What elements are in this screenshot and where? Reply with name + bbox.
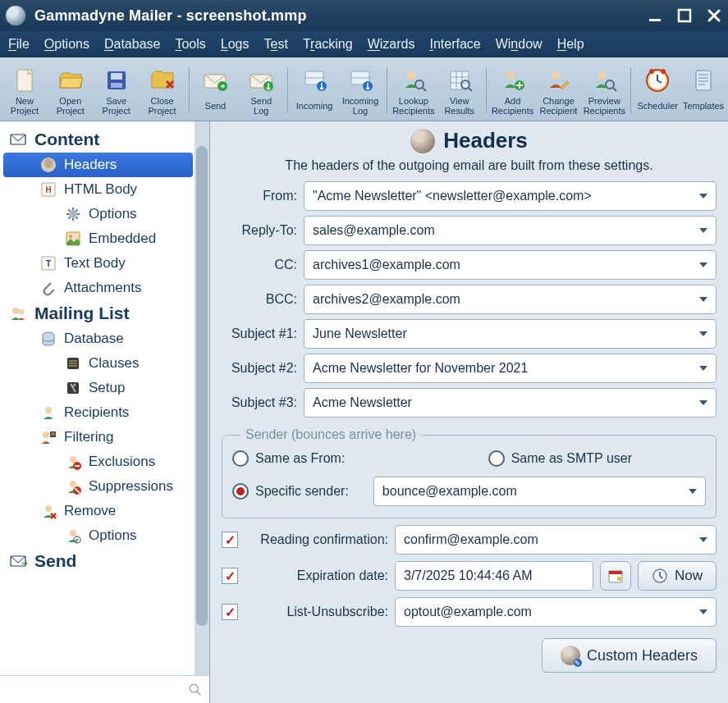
expiration-field[interactable]: 3/7/2025 10:44:46 AM [395, 561, 593, 591]
headers-icon [410, 129, 435, 153]
clauses-icon [64, 354, 82, 372]
reading-confirmation-field[interactable]: confirm@example.com [395, 525, 717, 555]
svg-rect-1 [679, 10, 690, 21]
user-preview-icon [590, 66, 618, 94]
svg-text:T: T [46, 259, 51, 268]
sidebar-item-embedded[interactable]: Embedded [3, 226, 193, 251]
toolbar-clock-button[interactable]: Scheduler [634, 65, 680, 116]
menu-test[interactable]: Test [264, 37, 288, 52]
sidebar-item-suppressions[interactable]: Suppressions [3, 474, 193, 499]
sidebar-item-label: Options [89, 206, 137, 222]
toolbar-template-button[interactable]: Templates [680, 65, 726, 116]
sender-specific-field[interactable]: bounce@example.com [373, 477, 706, 506]
sender-specific-radio[interactable]: Specific sender: [232, 483, 349, 500]
sidebar-item-label: Clauses [89, 355, 139, 372]
toolbar-envelope-log-button[interactable]: Send Log [238, 65, 284, 116]
toolbar-folder-open-button[interactable]: Open Project [48, 65, 94, 116]
floppy-icon [103, 66, 130, 94]
sender-same-smtp-radio[interactable]: Same as SMTP user [488, 450, 632, 467]
sidebar-item-headers[interactable]: Headers [3, 153, 193, 177]
sidebar-item-options[interactable]: Options [3, 202, 193, 226]
sidebar-item-label: Attachments [64, 280, 142, 296]
head-icon [39, 156, 57, 174]
sidebar-item-database[interactable]: Database [3, 326, 193, 351]
custom-headers-button[interactable]: ✎ Custom Headers [542, 638, 717, 673]
menu-interface[interactable]: Interface [429, 37, 480, 52]
sidebar-item-recipients[interactable]: Recipients [3, 400, 193, 425]
sidebar-item-text-body[interactable]: TText Body [3, 251, 193, 276]
subject2-label: Subject #2: [222, 361, 297, 376]
template-icon [689, 66, 717, 94]
toolbar-floppy-button[interactable]: Save Project [94, 65, 140, 116]
from-field[interactable]: "Acme Newsletter" <newsletter@example.co… [304, 181, 717, 211]
sidebar-item-filtering[interactable]: Filtering [3, 425, 193, 450]
toolbar-grid-button[interactable]: View Results [437, 65, 483, 116]
menu-database[interactable]: Database [104, 37, 161, 52]
menu-file[interactable]: File [8, 37, 30, 52]
sidebar-section-content[interactable]: Content [3, 126, 193, 153]
now-button[interactable]: Now [638, 561, 717, 591]
scrollbar[interactable] [195, 121, 209, 675]
menu-window[interactable]: Window [496, 37, 543, 52]
expiration-checkbox[interactable] [222, 568, 238, 584]
reading-confirmation-checkbox[interactable] [222, 532, 238, 548]
user-s-icon [64, 477, 82, 495]
sidebar-item-html-body[interactable]: HHTML Body [3, 177, 193, 202]
toolbar-file-button[interactable]: New Project [2, 65, 48, 116]
unsubscribe-checkbox[interactable] [222, 604, 238, 620]
toolbar-folder-close-button[interactable]: Close Project [140, 65, 185, 116]
svg-point-15 [415, 80, 424, 89]
svg-point-38 [12, 308, 19, 314]
menu-help[interactable]: Help [557, 37, 584, 52]
unsubscribe-field[interactable]: optout@example.com [395, 597, 717, 627]
chevron-down-icon [699, 297, 707, 302]
scrollbar-thumb[interactable] [196, 146, 208, 626]
svg-point-55 [190, 684, 198, 692]
chevron-down-icon [699, 228, 707, 233]
sidebar-item-label: Headers [64, 157, 117, 173]
toolbar-user-add-button[interactable]: Add Recipients [490, 65, 536, 116]
menu-tools[interactable]: Tools [175, 37, 205, 52]
search-input[interactable] [7, 682, 185, 696]
maximize-button[interactable] [675, 7, 694, 25]
close-button[interactable] [705, 7, 723, 25]
minimize-button[interactable] [646, 7, 664, 25]
toolbar-user-preview-button[interactable]: Preview Recipients [581, 65, 627, 116]
folder-close-icon [149, 66, 176, 94]
sidebar-item-setup[interactable]: Setup [3, 376, 193, 400]
menu-wizards[interactable]: Wizards [368, 37, 415, 52]
chevron-down-icon [699, 609, 707, 614]
subject1-field[interactable]: June Newsletter [304, 319, 717, 349]
envelope-send-icon [201, 66, 229, 94]
toolbar-envelope-send-button[interactable]: Send [192, 65, 238, 116]
clock-icon [652, 568, 668, 584]
svg-text:H: H [45, 185, 51, 194]
sidebar-item-clauses[interactable]: Clauses [3, 351, 193, 376]
toolbar-user-search-button[interactable]: Lookup Recipients [391, 65, 437, 116]
toolbar-inbox-log-button[interactable]: Incoming Log [337, 65, 383, 116]
menu-options[interactable]: Options [44, 37, 89, 52]
sidebar-section-send[interactable]: Send [3, 548, 193, 574]
sender-same-from-radio[interactable]: Same as From: [232, 450, 345, 467]
sidebar-section-mailing-list[interactable]: Mailing List [3, 300, 193, 326]
chevron-down-icon [699, 537, 707, 542]
calendar-button[interactable] [600, 561, 631, 591]
sender-legend: Sender (bounces arrive here) [240, 427, 421, 442]
app-icon [5, 5, 26, 26]
bcc-field[interactable]: archives2@example.com [304, 285, 717, 314]
sidebar-item-exclusions[interactable]: Exclusions [3, 450, 193, 474]
svg-rect-27 [696, 71, 711, 90]
subject2-field[interactable]: Acme Newsletter for November 2021 [304, 354, 717, 383]
replyto-field[interactable]: sales@example.com [304, 216, 717, 245]
sidebar-item-remove[interactable]: Remove [3, 499, 193, 523]
sidebar-item-attachments[interactable]: Attachments [3, 276, 193, 300]
toolbar-user-edit-button[interactable]: Change Recipient [536, 65, 582, 116]
toolbar-inbox-button[interactable]: Incoming [291, 65, 337, 116]
subject3-field[interactable]: Acme Newsletter [304, 388, 717, 418]
menu-logs[interactable]: Logs [221, 37, 250, 52]
cc-field[interactable]: archives1@example.com [304, 250, 717, 280]
sidebar-search [0, 675, 209, 703]
sidebar-item-options[interactable]: Options [3, 523, 193, 548]
calendar-icon [607, 568, 624, 584]
menu-tracking[interactable]: Tracking [303, 37, 353, 52]
